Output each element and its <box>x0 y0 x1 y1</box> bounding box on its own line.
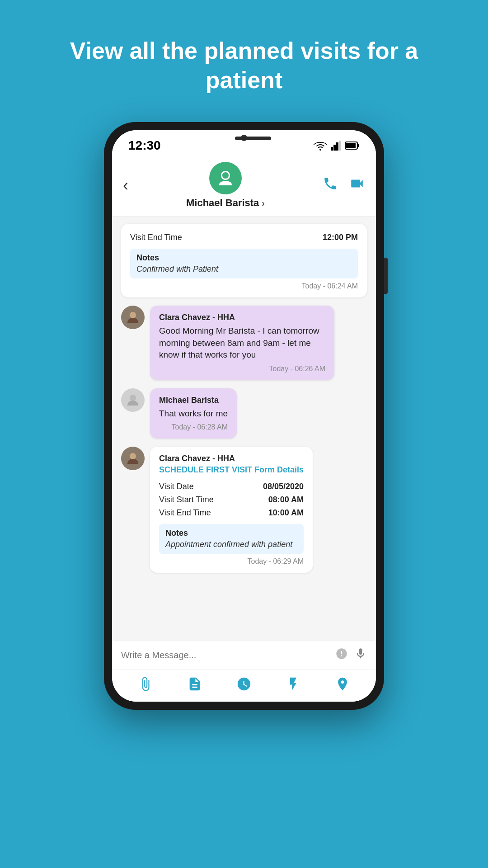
wifi-icon <box>314 141 327 151</box>
svg-rect-3 <box>339 141 341 151</box>
msg2-time: Today - 06:26 AM <box>159 365 325 373</box>
message-3-row: Michael Barista That works for me Today … <box>121 388 367 439</box>
chat-header: ‹ Michael Barista › <box>112 157 376 217</box>
msg3-card: Michael Barista That works for me Today … <box>150 388 237 439</box>
svg-rect-5 <box>346 143 356 148</box>
message-3-bubble: Michael Barista That works for me Today … <box>150 388 237 439</box>
bottom-nav <box>112 670 376 702</box>
visit-end-time-row: Visit End Time 12:00 PM <box>130 231 358 244</box>
status-icons <box>314 141 360 151</box>
nav-bolt-button[interactable] <box>286 676 301 695</box>
msg2-text: Good Morning Mr Barista - I can tomorrow… <box>159 325 325 361</box>
message-4-bubble: Clara Chavez - HHA SCHEDULE FIRST VISIT … <box>150 447 313 573</box>
msg4-notes: Notes Appointment confirmed with patient <box>159 524 304 554</box>
nav-clock-button[interactable] <box>236 676 252 695</box>
msg4-link[interactable]: SCHEDULE FIRST VISIT Form Details <box>159 465 304 475</box>
nav-attachment-button[interactable] <box>138 676 153 695</box>
phone-frame: 12:30 <box>104 122 384 710</box>
contact-name[interactable]: Michael Barista › <box>186 197 265 209</box>
visit-start-row: Visit Start Time 08:00 AM <box>159 493 304 506</box>
message-input[interactable] <box>121 650 329 660</box>
warning-icon <box>335 647 348 663</box>
phone-screen: 12:30 <box>112 130 376 702</box>
phone-speaker <box>235 137 271 140</box>
msg3-time: Today - 06:28 AM <box>159 423 228 431</box>
signal-icon <box>331 141 342 151</box>
msg1-time: Today - 06:24 AM <box>130 282 358 290</box>
nav-location-button[interactable] <box>335 676 350 695</box>
chat-body: Visit End Time 12:00 PM Notes Confirmed … <box>112 217 376 641</box>
msg3-text: That works for me <box>159 408 228 420</box>
hero-title: View all the planned visits for a patien… <box>0 36 488 95</box>
message-2-row: Clara Chavez - HHA Good Morning Mr Baris… <box>121 306 367 380</box>
svg-rect-6 <box>357 144 359 147</box>
svg-point-9 <box>130 453 136 459</box>
msg3-sender: Michael Barista <box>159 396 228 405</box>
msg4-visit-card: Clara Chavez - HHA SCHEDULE FIRST VISIT … <box>150 447 313 573</box>
header-actions <box>323 176 365 195</box>
visit-notes-top: Notes Confirmed with Patient <box>130 249 358 278</box>
status-bar: 12:30 <box>112 130 376 157</box>
message-4-row: Clara Chavez - HHA SCHEDULE FIRST VISIT … <box>121 447 367 573</box>
visit-date-row: Visit Date 08/05/2020 <box>159 480 304 493</box>
back-button[interactable]: ‹ <box>123 177 128 193</box>
svg-point-8 <box>130 395 136 401</box>
svg-rect-2 <box>336 142 338 151</box>
clara-avatar-2 <box>121 306 145 329</box>
status-time: 12:30 <box>128 138 161 153</box>
message-1-visit-card-top: Visit End Time 12:00 PM Notes Confirmed … <box>121 224 367 297</box>
nav-document-button[interactable] <box>187 676 202 695</box>
svg-rect-1 <box>333 145 336 151</box>
msg2-card: Clara Chavez - HHA Good Morning Mr Baris… <box>150 306 334 380</box>
svg-rect-0 <box>331 147 333 151</box>
call-button[interactable] <box>323 176 338 195</box>
header-center[interactable]: Michael Barista › <box>186 162 265 209</box>
visit-end-row: Visit End Time 10:00 AM <box>159 506 304 519</box>
clara-avatar-4 <box>121 447 145 470</box>
phone-side-button <box>384 258 388 294</box>
msg2-sender: Clara Chavez - HHA <box>159 313 325 322</box>
battery-icon <box>345 141 360 151</box>
message-2-bubble: Clara Chavez - HHA Good Morning Mr Baris… <box>150 306 334 380</box>
svg-point-7 <box>130 312 136 318</box>
msg4-time: Today - 06:29 AM <box>159 557 304 566</box>
video-button[interactable] <box>349 176 365 195</box>
mic-icon[interactable] <box>354 647 367 663</box>
msg4-sender: Clara Chavez - HHA <box>159 454 304 463</box>
michael-avatar <box>121 388 145 412</box>
contact-name-chevron: › <box>262 198 265 208</box>
contact-avatar <box>209 162 242 194</box>
input-bar <box>112 641 376 670</box>
visit-card-top: Visit End Time 12:00 PM Notes Confirmed … <box>121 224 367 297</box>
